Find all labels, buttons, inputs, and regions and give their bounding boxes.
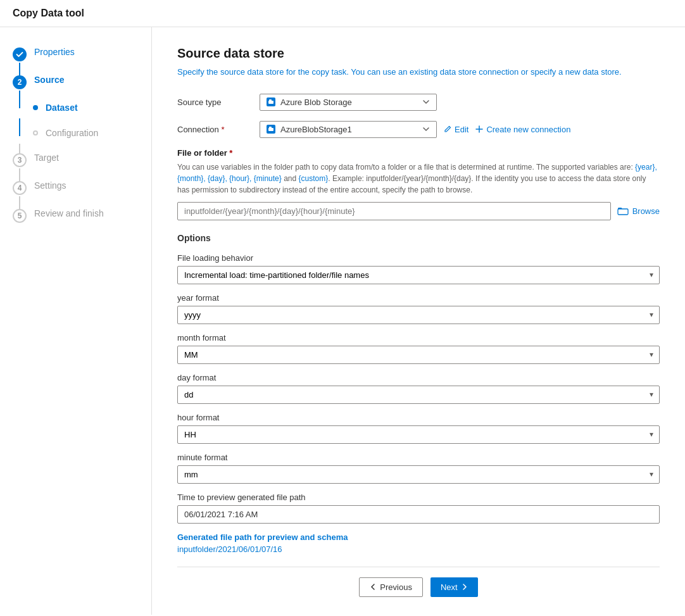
footer-actions: Previous Next: [177, 567, 660, 607]
connection-required-marker: *: [221, 125, 224, 134]
step-dot-dataset: [33, 105, 38, 110]
generated-path-section: Generated file path for preview and sche…: [177, 532, 660, 554]
next-button[interactable]: Next: [430, 577, 478, 597]
sidebar-item-dataset[interactable]: Dataset: [0, 96, 151, 121]
chevron-left-icon: [370, 584, 376, 590]
month-format-group: month format MM: [177, 333, 660, 364]
day-format-select-wrapper: dd: [177, 386, 660, 404]
step-circle-target: 3: [13, 153, 27, 167]
file-loading-select[interactable]: Incremental load: time-partitioned folde…: [177, 266, 660, 284]
step-circle-properties: [13, 47, 27, 61]
svg-rect-3: [269, 127, 272, 129]
sidebar-item-source[interactable]: 2 Source: [0, 68, 151, 96]
year-format-select[interactable]: yyyy: [177, 306, 660, 324]
step-label-target: Target: [34, 152, 59, 165]
file-loading-group: File loading behavior Incremental load: …: [177, 253, 660, 284]
step-label-source: Source: [34, 74, 64, 87]
time-preview-group: Time to preview generated file path: [177, 493, 660, 524]
file-loading-label: File loading behavior: [177, 253, 660, 263]
year-format-group: year format yyyy: [177, 293, 660, 324]
options-section: Options File loading behavior Incrementa…: [177, 233, 660, 554]
minute-format-group: minute format mm: [177, 453, 660, 484]
hour-format-group: hour format HH: [177, 413, 660, 444]
step-circle-settings: 4: [13, 181, 27, 195]
folder-icon: [617, 206, 629, 215]
edit-link[interactable]: Edit: [443, 125, 468, 134]
page-title: Source data store: [177, 46, 660, 61]
plus-icon: [475, 125, 484, 134]
minute-format-label: minute format: [177, 453, 660, 462]
chevron-right-icon: [462, 584, 468, 590]
day-format-label: day format: [177, 373, 660, 382]
svg-rect-1: [269, 99, 272, 101]
step-dot-configuration: [33, 130, 38, 135]
year-format-select-wrapper: yyyy: [177, 306, 660, 324]
blob-icon-source-type: [267, 97, 275, 106]
time-preview-input[interactable]: [177, 505, 660, 524]
file-folder-info: You can use variables in the folder path…: [177, 161, 660, 196]
generated-path-title: Generated file path for preview and sche…: [177, 532, 660, 542]
hour-format-label: hour format: [177, 413, 660, 422]
hour-format-select-wrapper: HH: [177, 425, 660, 444]
day-format-select[interactable]: dd: [177, 386, 660, 404]
source-type-row: Source type Azure Blob Storage: [177, 94, 660, 111]
source-type-select[interactable]: Azure Blob Storage: [260, 94, 437, 111]
svg-rect-6: [618, 209, 628, 215]
file-loading-select-wrapper: Incremental load: time-partitioned folde…: [177, 266, 660, 284]
minute-format-select-wrapper: mm: [177, 465, 660, 484]
hour-format-select[interactable]: HH: [177, 425, 660, 444]
minute-format-select[interactable]: mm: [177, 465, 660, 484]
app-header: Copy Data tool: [0, 0, 685, 27]
options-title: Options: [177, 233, 660, 243]
month-format-select[interactable]: MM: [177, 346, 660, 364]
sidebar-item-settings[interactable]: 4 Settings: [0, 173, 151, 201]
sidebar-item-review[interactable]: 5 Review and finish: [0, 201, 151, 229]
connection-label: Connection *: [177, 125, 260, 134]
step-label-dataset: Dataset: [46, 102, 78, 115]
file-folder-section: File or folder You can use variables in …: [177, 148, 660, 220]
connection-value: AzureBlobStorage1: [280, 125, 417, 134]
step-circle-review: 5: [13, 209, 27, 223]
pencil-icon: [443, 125, 452, 134]
sidebar: Properties 2 Source Dataset Configuratio…: [0, 27, 152, 615]
step-label-review: Review and finish: [34, 208, 104, 220]
year-format-label: year format: [177, 293, 660, 303]
month-format-select-wrapper: MM: [177, 346, 660, 364]
blob-icon-connection: [267, 125, 275, 134]
source-type-label: Source type: [177, 97, 260, 107]
file-folder-input[interactable]: inputfolder/{year}/{month}/{day}/{hour}/…: [177, 202, 611, 220]
content-area: Source data store Specify the source dat…: [152, 27, 685, 615]
step-label-properties: Properties: [34, 46, 75, 59]
browse-button[interactable]: Browse: [617, 206, 660, 216]
sidebar-item-properties[interactable]: Properties: [0, 40, 151, 68]
file-folder-title: File or folder: [177, 148, 660, 158]
generated-path-value: inputfolder/2021/06/01/07/16: [177, 544, 660, 554]
chevron-down-icon-connection: [422, 125, 430, 133]
chevron-down-icon-source: [422, 98, 430, 106]
source-type-value: Azure Blob Storage: [280, 97, 417, 107]
source-type-control: Azure Blob Storage: [260, 94, 660, 111]
day-format-group: day format dd: [177, 373, 660, 404]
path-input-row: inputfolder/{year}/{month}/{day}/{hour}/…: [177, 202, 660, 220]
app-title: Copy Data tool: [13, 8, 84, 18]
sidebar-item-target[interactable]: 3 Target: [0, 146, 151, 173]
sidebar-item-configuration[interactable]: Configuration: [0, 121, 151, 146]
connection-select[interactable]: AzureBlobStorage1: [260, 121, 437, 138]
step-circle-source: 2: [13, 75, 27, 89]
connection-control: AzureBlobStorage1 Edit Cre: [260, 121, 660, 138]
previous-button[interactable]: Previous: [359, 577, 423, 597]
month-format-label: month format: [177, 333, 660, 343]
time-preview-label: Time to preview generated file path: [177, 493, 660, 502]
step-label-settings: Settings: [34, 180, 66, 192]
connection-row: Connection * AzureBlobStorage1: [177, 121, 660, 138]
step-label-configuration: Configuration: [46, 127, 98, 140]
create-new-connection-link[interactable]: Create new connection: [475, 125, 570, 134]
page-description: Specify the source data store for the co…: [177, 66, 660, 79]
